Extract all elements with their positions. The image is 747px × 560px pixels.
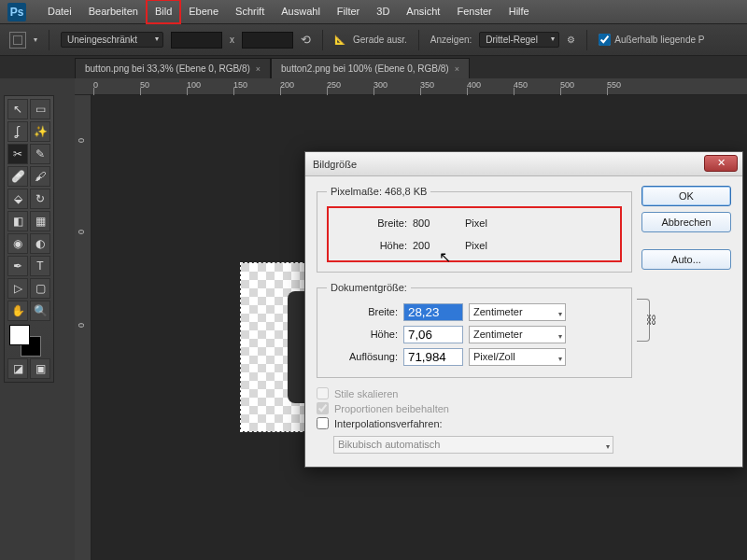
dialog-title: Bildgröße	[313, 159, 357, 170]
gradient-tool-icon[interactable]: ▦	[30, 211, 50, 231]
x-label: x	[230, 35, 234, 45]
tab-label: button2.png bei 100% (Ebene 0, RGB/8)	[281, 59, 449, 79]
interpolation-label: Interpolationsverfahren:	[334, 418, 443, 429]
doc-legend: Dokumentgröße:	[327, 282, 411, 293]
fg-color[interactable]	[9, 325, 30, 345]
tab-label: button.png bei 33,3% (Ebene 0, RGB/8)	[85, 59, 250, 79]
gear-icon[interactable]: ⚙	[567, 35, 575, 45]
pixel-legend: Pixelmaße: 468,8 KB	[327, 186, 430, 197]
outside-check-label: Außerhalb liegende P	[614, 35, 704, 45]
view-label: Anzeigen:	[430, 35, 472, 45]
marquee-tool-icon[interactable]: ▭	[30, 99, 50, 119]
interpolation-select[interactable]: Bikubisch automatisch	[333, 436, 613, 454]
move-tool-icon[interactable]: ↖	[7, 99, 28, 119]
menu-filter[interactable]: Filter	[329, 0, 368, 23]
menu-bar: Ps Datei Bearbeiten Bild Ebene Schrift A…	[0, 0, 747, 23]
history-brush-icon[interactable]: ↻	[30, 189, 50, 209]
resolution-input[interactable]	[403, 348, 463, 366]
outside-check-input[interactable]	[599, 34, 611, 46]
ruler-vertical: 0 0 0	[75, 95, 92, 560]
doc-width-input[interactable]	[403, 303, 463, 321]
image-size-dialog: Bildgröße ✕ Pixelmaße: 468,8 KB Breite: …	[304, 151, 743, 468]
menu-ansicht[interactable]: Ansicht	[398, 0, 448, 23]
close-icon[interactable]: ✕	[704, 155, 738, 172]
resolution-unit-select[interactable]: Pixel/Zoll	[469, 348, 566, 366]
pen-tool-icon[interactable]: ✒	[7, 256, 28, 276]
screenmode-icon[interactable]: ▣	[30, 358, 50, 379]
healing-tool-icon[interactable]: 🩹	[7, 166, 28, 187]
pixel-dimensions-group: Pixelmaße: 468,8 KB Breite: 800 Pixel Hö…	[317, 186, 632, 273]
document-tab-bar: button.png bei 33,3% (Ebene 0, RGB/8) × …	[0, 56, 747, 78]
quickmask-icon[interactable]: ◪	[7, 358, 28, 379]
dodge-tool-icon[interactable]: ◐	[30, 233, 50, 254]
crop-width-input[interactable]	[171, 32, 222, 49]
shape-tool-icon[interactable]: ▢	[30, 278, 50, 299]
interpolation-checkbox[interactable]: Interpolationsverfahren:	[317, 417, 632, 429]
constrain-checkbox: Proportionen beibehalten	[317, 402, 632, 414]
menu-fenster[interactable]: Fenster	[448, 0, 500, 23]
menu-auswahl[interactable]: Auswahl	[273, 0, 329, 23]
width-label: Breite:	[327, 306, 398, 317]
close-tab-icon[interactable]: ×	[256, 59, 261, 79]
selection-tool-icon[interactable]: ▷	[7, 278, 28, 299]
constrain-label: Proportionen beibehalten	[334, 403, 449, 414]
menu-ebene[interactable]: Ebene	[180, 0, 227, 23]
link-icon[interactable]: ⛓	[646, 314, 657, 327]
height-label: Höhe:	[327, 329, 398, 340]
highlight-box: Breite: 800 Pixel Höhe: 200 Pixel	[327, 206, 622, 262]
crop-mode-select[interactable]: Uneingeschränkt	[61, 32, 163, 48]
tools-panel: ↖ ▭ ʆ ✨ ✂ ✎ 🩹 🖌 ⬙ ↻ ◧ ▦ ◉ ◐ ✒ T ▷ ▢ ✋ 🔍 …	[4, 95, 54, 383]
doc-height-input[interactable]	[403, 326, 463, 343]
menu-bearbeiten[interactable]: Bearbeiten	[80, 0, 147, 23]
document-size-group: Dokumentgröße: Breite: Zentimeter Höhe: …	[317, 282, 632, 378]
outside-checkbox[interactable]: Außerhalb liegende P	[599, 34, 704, 46]
menu-bild[interactable]: Bild	[147, 0, 180, 23]
menu-3d[interactable]: 3D	[368, 0, 398, 23]
crop-height-input[interactable]	[242, 32, 293, 49]
scale-styles-label: Stile skalieren	[334, 388, 398, 399]
close-tab-icon[interactable]: ×	[455, 59, 459, 79]
hand-tool-icon[interactable]: ✋	[7, 301, 28, 321]
height-label: Höhe:	[336, 240, 407, 251]
cancel-button[interactable]: Abbrechen	[641, 212, 731, 232]
height-unit-select[interactable]: Zentimeter	[469, 326, 566, 343]
crop-tool-icon[interactable]	[9, 32, 26, 49]
width-px-value: 800	[413, 217, 459, 229]
color-swatch[interactable]	[7, 323, 50, 357]
straighten-icon[interactable]: 📐	[334, 35, 345, 45]
blur-tool-icon[interactable]: ◉	[7, 233, 28, 254]
brush-tool-icon[interactable]: 🖌	[30, 166, 50, 187]
resolution-label: Auflösung:	[327, 351, 398, 362]
view-select[interactable]: Drittel-Regel	[479, 32, 559, 48]
scale-styles-checkbox: Stile skalieren	[317, 387, 632, 399]
ruler-horizontal: 0 50 100 150 200 250 300 350 400 450 500…	[75, 78, 747, 95]
height-px-value: 200	[413, 240, 459, 251]
pixel-unit: Pixel	[465, 240, 540, 251]
menu-datei[interactable]: Datei	[39, 0, 80, 23]
straighten-label: Gerade ausr.	[353, 35, 407, 45]
width-unit-select[interactable]: Zentimeter	[469, 303, 566, 321]
options-bar: ▾ Uneingeschränkt x ⟲ 📐 Gerade ausr. Anz…	[0, 23, 747, 56]
swap-icon[interactable]: ⟲	[301, 33, 311, 47]
width-label: Breite:	[336, 217, 407, 229]
dialog-titlebar[interactable]: Bildgröße ✕	[305, 152, 742, 176]
lasso-tool-icon[interactable]: ʆ	[7, 121, 28, 142]
crop-tool-icon[interactable]: ✂	[7, 144, 28, 164]
stamp-tool-icon[interactable]: ⬙	[7, 189, 28, 209]
ok-button[interactable]: OK	[641, 186, 731, 206]
app-logo: Ps	[7, 3, 26, 21]
wand-tool-icon[interactable]: ✨	[30, 121, 50, 142]
menu-schrift[interactable]: Schrift	[227, 0, 273, 23]
pixel-unit: Pixel	[465, 217, 540, 229]
document-tab[interactable]: button.png bei 33,3% (Ebene 0, RGB/8) ×	[75, 58, 271, 78]
zoom-tool-icon[interactable]: 🔍	[30, 301, 50, 321]
eyedropper-tool-icon[interactable]: ✎	[30, 144, 50, 164]
menu-hilfe[interactable]: Hilfe	[500, 0, 538, 23]
document-tab[interactable]: button2.png bei 100% (Ebene 0, RGB/8) ×	[271, 58, 470, 78]
auto-button[interactable]: Auto...	[641, 249, 731, 270]
eraser-tool-icon[interactable]: ◧	[7, 211, 28, 231]
type-tool-icon[interactable]: T	[30, 256, 50, 276]
